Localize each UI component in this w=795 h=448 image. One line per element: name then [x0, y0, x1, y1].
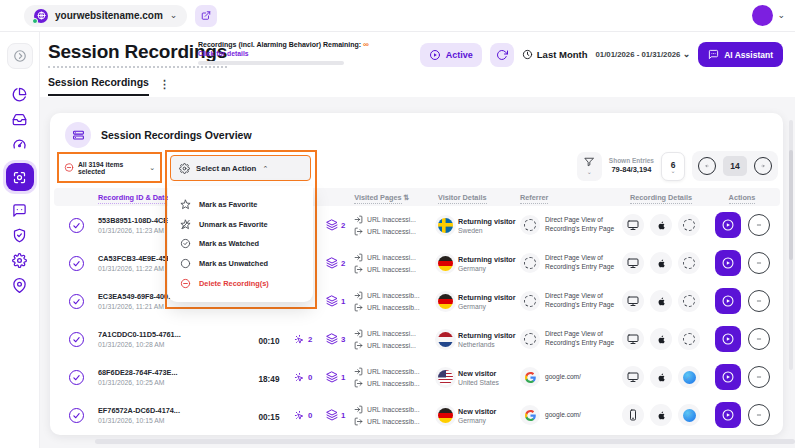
arrow-right-circle-icon: [13, 49, 27, 63]
device-icon: [622, 214, 644, 236]
minus-circle-icon: [180, 278, 191, 289]
duration-value: 00:15: [259, 413, 280, 422]
table-row[interactable]: EC3EA549-69F8-400... 01/31/2026, 11:21 A…: [54, 282, 780, 320]
previous-page-button[interactable]: [698, 157, 716, 175]
sidebar-item-heatmaps[interactable]: [12, 136, 28, 152]
exclude-recording-button[interactable]: [748, 290, 770, 312]
selection-dropdown[interactable]: All 3194 items selected ⌄: [57, 152, 162, 183]
sidebar-item-feedback[interactable]: [12, 202, 28, 218]
header-recording-details: Recording Details: [618, 193, 704, 202]
row-checkbox[interactable]: [69, 256, 84, 271]
website-selector[interactable]: yourwebsitename.com ⌄: [24, 5, 187, 27]
header-visited-pages[interactable]: Visited Pages ⇅: [326, 193, 438, 202]
open-website-button[interactable]: [195, 5, 217, 27]
tab-session-recordings[interactable]: Session Recordings: [48, 76, 149, 96]
exclude-recording-button[interactable]: [748, 366, 770, 388]
clicks-count: 0: [308, 373, 312, 382]
active-status-button[interactable]: Active: [420, 43, 482, 67]
row-checkbox[interactable]: [69, 294, 84, 309]
vertical-scrollbar-thumb[interactable]: [789, 150, 793, 260]
menu-item-delete-recordings[interactable]: Delete Recording(s): [168, 278, 313, 289]
select-action-dropdown[interactable]: Select an Action ⌃: [170, 155, 311, 181]
recording-details-cell: [618, 214, 704, 236]
filter-button[interactable]: ⌄: [577, 152, 602, 181]
play-recording-button[interactable]: [715, 212, 741, 238]
play-recording-button[interactable]: [715, 326, 741, 352]
device-desktop-icon: [627, 257, 639, 269]
exclude-recording-button[interactable]: [748, 404, 770, 426]
device-desktop-icon: [627, 371, 639, 383]
circle-icon: [180, 258, 191, 269]
visitor-type: Returning visitor: [458, 217, 516, 226]
recording-date: 01/31/2026, 10:25 AM: [98, 379, 244, 386]
row-checkbox[interactable]: [69, 218, 84, 233]
check-icon: [72, 411, 81, 420]
visitor-country: Germany: [458, 265, 516, 272]
play-icon: [721, 256, 735, 270]
sidebar-item-session-recordings[interactable]: [6, 163, 34, 191]
play-recording-button[interactable]: [715, 402, 741, 428]
pagination: 14: [692, 151, 778, 181]
play-recording-button[interactable]: [715, 288, 741, 314]
device-desktop-icon: [627, 295, 639, 307]
sidebar-item-inbox[interactable]: [12, 111, 28, 127]
play-circle-icon: [429, 49, 441, 61]
pages-count: 3: [341, 335, 345, 344]
exclude-recording-button[interactable]: [748, 252, 770, 274]
row-checkbox[interactable]: [69, 408, 84, 423]
horizontal-scrollbar[interactable]: [95, 439, 795, 444]
ai-assistant-button[interactable]: AI Assistant: [698, 42, 783, 67]
url-cell: URL inaccessi... URL inaccessi...: [354, 215, 438, 236]
visitor-type: Returning visitor: [458, 293, 516, 302]
sidebar-item-analytics[interactable]: [12, 86, 28, 102]
exclude-recording-button[interactable]: [748, 328, 770, 350]
visitor-country: United States: [458, 379, 499, 386]
star-icon: [180, 199, 191, 210]
deselect-minus-circle-icon: [64, 162, 74, 173]
table-row[interactable]: 7A1CDDC0-11D5-4761... 01/31/2026, 10:28 …: [54, 320, 780, 358]
menu-item-unmark-favorite[interactable]: Unmark as Favorite: [168, 219, 313, 230]
exclude-recording-button[interactable]: [748, 214, 770, 236]
table-row[interactable]: EF76572A-DC6D-4174... 01/31/2026, 10:15 …: [54, 396, 780, 434]
tab-options-kebab-icon[interactable]: ⋮: [159, 78, 170, 95]
play-icon: [721, 370, 735, 384]
menu-item-mark-unwatched[interactable]: Mark as Unwatched: [168, 258, 313, 269]
date-range-selector[interactable]: 01/01/2026 - 01/31/2026 ⌄: [595, 50, 690, 59]
recording-details-cell: [618, 290, 704, 312]
browser-icon: [678, 404, 700, 426]
recording-details-cell: [618, 328, 704, 350]
referrer-direct-icon: [520, 215, 540, 235]
exit-page-icon: [354, 303, 363, 312]
click-for-details-link[interactable]: Click for details: [198, 50, 249, 57]
duration-value: 18:49: [259, 375, 280, 384]
row-checkbox[interactable]: [69, 332, 84, 347]
period-selector[interactable]: Last Month: [522, 49, 588, 60]
table-row[interactable]: 68F6DE28-764F-473E... 01/31/2026, 10:25 …: [54, 358, 780, 396]
check-icon: [72, 221, 81, 230]
table-row[interactable]: CA53FCB3-4E9E-45B... 01/31/2026, 11:22 A…: [54, 244, 780, 282]
browser-unknown-icon: [683, 219, 695, 231]
next-page-button[interactable]: [754, 157, 772, 175]
visitor-cell: Returning visitor Germany: [438, 255, 520, 272]
play-recording-button[interactable]: [715, 250, 741, 276]
row-checkbox[interactable]: [69, 370, 84, 385]
visited-pages-cell: 1: [326, 295, 354, 307]
sidebar-item-settings[interactable]: [12, 252, 28, 268]
avatar-chevron-down-icon[interactable]: ⌄: [777, 11, 785, 20]
table-row[interactable]: 553B8951-108D-4CE8... 01/31/2026, 11:23 …: [54, 206, 780, 244]
entry-url: URL inaccessi...: [367, 330, 416, 337]
header-visitor-details: Visitor Details: [438, 193, 520, 202]
sidebar-collapse-button[interactable]: [7, 43, 33, 69]
page-size-selector[interactable]: 6 ⌄: [661, 152, 685, 181]
menu-item-mark-watched[interactable]: Mark as Watched: [168, 238, 313, 249]
sidebar-item-location[interactable]: [12, 277, 28, 293]
entry-url: URL inaccessi...: [367, 216, 416, 223]
referrer-cell: google.com/: [520, 367, 618, 387]
user-avatar[interactable]: [752, 5, 773, 26]
refresh-button[interactable]: [490, 43, 514, 67]
play-icon: [721, 408, 735, 422]
clicks-cell: 0: [294, 410, 326, 421]
sidebar-item-privacy[interactable]: [12, 227, 28, 243]
menu-item-mark-favorite[interactable]: Mark as Favorite: [168, 199, 313, 210]
play-recording-button[interactable]: [715, 364, 741, 390]
